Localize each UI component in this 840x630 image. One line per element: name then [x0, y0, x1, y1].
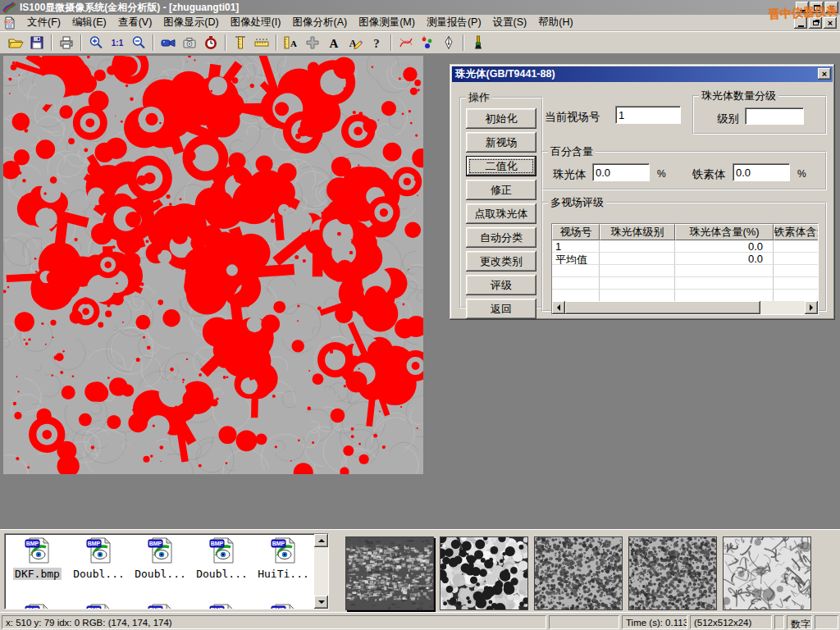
op-button-3[interactable]: 修正	[466, 180, 536, 200]
mode-status: 数字	[787, 615, 812, 629]
svg-text:1:1: 1:1	[112, 39, 124, 48]
pearlite-percent-input[interactable]	[592, 163, 650, 181]
document-icon[interactable]: DOC	[3, 16, 16, 30]
caliper-button[interactable]	[230, 33, 251, 52]
svg-text:BMP: BMP	[25, 541, 39, 546]
table-hscrollbar[interactable]	[552, 301, 818, 314]
menu-item-4[interactable]: 图像处理(I)	[225, 14, 287, 31]
bmp-file-icon: BMP	[85, 536, 113, 564]
save-button[interactable]	[26, 33, 48, 52]
table-row[interactable]	[552, 265, 818, 277]
annotate-button[interactable]: A	[345, 33, 366, 52]
table-header-cell-0[interactable]: 视场号	[552, 224, 600, 240]
table-header-cell-2[interactable]: 珠光体含量(%)	[675, 224, 774, 240]
file-list-box: BMP DKF.bmp BMP Doubl... BMP Doubl... BM…	[4, 533, 329, 609]
file-item[interactable]: BMP Doubl...	[68, 536, 130, 580]
help-button[interactable]: ?	[366, 33, 387, 52]
dialog-close-button[interactable]: ×	[818, 68, 831, 80]
scroll-up-button[interactable]	[314, 534, 328, 547]
file-item[interactable]: BMP Doubl...	[191, 536, 253, 580]
ferrite-percent-input[interactable]	[733, 163, 790, 181]
menu-item-5[interactable]: 图像分析(A)	[286, 14, 353, 31]
text-button[interactable]: A	[323, 33, 345, 52]
file-list-vscrollbar[interactable]	[314, 534, 328, 609]
table-row[interactable]: 10.0	[552, 240, 818, 253]
measure-text-button[interactable]: A	[281, 33, 302, 52]
table-row[interactable]	[552, 290, 818, 302]
micrograph-image[interactable]	[3, 56, 423, 474]
menu-item-8[interactable]: 设置(S)	[487, 14, 533, 31]
thumbnail-5[interactable]	[723, 536, 811, 610]
move-button[interactable]	[302, 33, 323, 52]
svg-text:A: A	[330, 37, 339, 50]
toolbar-separator	[80, 34, 82, 51]
capture-button[interactable]	[179, 33, 200, 52]
pearlite-dialog: 珠光体(GB/T9441-88) × 操作 初始化新视场二值化修正点取珠光体自动…	[450, 64, 835, 320]
ruler-button[interactable]	[251, 33, 272, 52]
menu-item-3[interactable]: 图像显示(D)	[158, 14, 224, 31]
timer-button[interactable]	[200, 33, 221, 52]
video-camera-icon	[160, 34, 176, 51]
hscroll-thumb[interactable]	[565, 301, 760, 314]
scroll-right-button[interactable]	[805, 301, 818, 314]
menu-item-2[interactable]: 查看(V)	[112, 14, 158, 31]
toolbar: 1:1 A A A ?	[0, 31, 840, 54]
zoom-out-button[interactable]	[128, 33, 149, 52]
curve-tool-button[interactable]	[395, 33, 417, 52]
svg-text:BMP: BMP	[210, 541, 223, 546]
toolbar-separator	[463, 34, 464, 51]
video-camera-button[interactable]	[158, 33, 179, 52]
toolbar-separator	[51, 34, 52, 51]
op-button-8[interactable]: 返回	[466, 299, 536, 319]
file-item-partial[interactable]: BMP	[68, 603, 130, 609]
op-button-5[interactable]: 自动分类	[466, 227, 536, 248]
file-item-partial[interactable]: BMP	[191, 603, 253, 609]
menu-item-7[interactable]: 测量报告(P)	[421, 14, 487, 31]
table-header-cell-3[interactable]: 铁素体含量(%)	[774, 224, 819, 240]
menu-item-6[interactable]: 图像测量(M)	[353, 14, 421, 31]
print-button[interactable]	[56, 33, 77, 52]
current-field-input[interactable]	[615, 106, 681, 124]
table-row[interactable]: 平均值0.0	[552, 253, 818, 265]
svg-text:BMP: BMP	[87, 607, 100, 609]
zoom-in-button[interactable]	[85, 33, 107, 52]
file-item-partial[interactable]: BMP	[253, 603, 314, 609]
file-item-partial[interactable]: BMP	[130, 603, 191, 609]
dialog-title-bar[interactable]: 珠光体(GB/T9441-88) ×	[452, 66, 833, 82]
menu-item-9[interactable]: 帮助(H)	[532, 14, 578, 31]
op-button-7[interactable]: 评级	[466, 275, 536, 295]
file-item-partial[interactable]: BMP	[7, 603, 68, 609]
menu-item-0[interactable]: 文件(F)	[21, 14, 66, 31]
file-item[interactable]: BMP Doubl...	[130, 536, 191, 580]
op-button-6[interactable]: 更改类别	[466, 251, 536, 272]
open-folder-icon	[7, 34, 24, 51]
actual-size-button[interactable]: 1:1	[107, 33, 128, 52]
svg-text:BMP: BMP	[272, 607, 285, 609]
grade-input[interactable]	[745, 107, 804, 125]
pen-button[interactable]	[438, 33, 459, 52]
file-item[interactable]: BMP HuiTi...	[253, 536, 314, 580]
current-field-label: 当前视场号	[545, 110, 600, 125]
table-header-cell-1[interactable]: 珠光体级别	[600, 224, 675, 240]
scroll-left-button[interactable]	[552, 301, 565, 314]
thumbnail-4[interactable]	[628, 536, 717, 610]
table-body: 10.0平均值0.0	[552, 240, 818, 301]
table-header: 视场号珠光体级别珠光体含量(%)铁素体含量(%)	[552, 224, 818, 240]
thumbnail-1[interactable]	[345, 536, 434, 610]
thumbnail-3[interactable]	[534, 536, 623, 610]
menu-item-1[interactable]: 编辑(E)	[66, 14, 112, 31]
ferrite-unit: %	[797, 168, 806, 180]
thumbnail-2[interactable]	[440, 536, 528, 610]
brush-button[interactable]	[468, 33, 489, 52]
open-button[interactable]	[5, 33, 26, 52]
mark-points-button[interactable]	[417, 33, 438, 52]
svg-text:BMP: BMP	[148, 541, 162, 546]
op-button-2[interactable]: 二值化	[466, 156, 536, 176]
file-item[interactable]: BMP DKF.bmp	[7, 536, 68, 580]
scroll-down-button[interactable]	[314, 596, 328, 609]
menu-bar: DOC 文件(F)编辑(E)查看(V)图像显示(D)图像处理(I)图像分析(A)…	[0, 15, 840, 31]
op-button-0[interactable]: 初始化	[466, 108, 536, 129]
op-button-1[interactable]: 新视场	[466, 132, 536, 153]
op-button-4[interactable]: 点取珠光体	[466, 203, 536, 224]
table-row[interactable]	[552, 277, 818, 290]
